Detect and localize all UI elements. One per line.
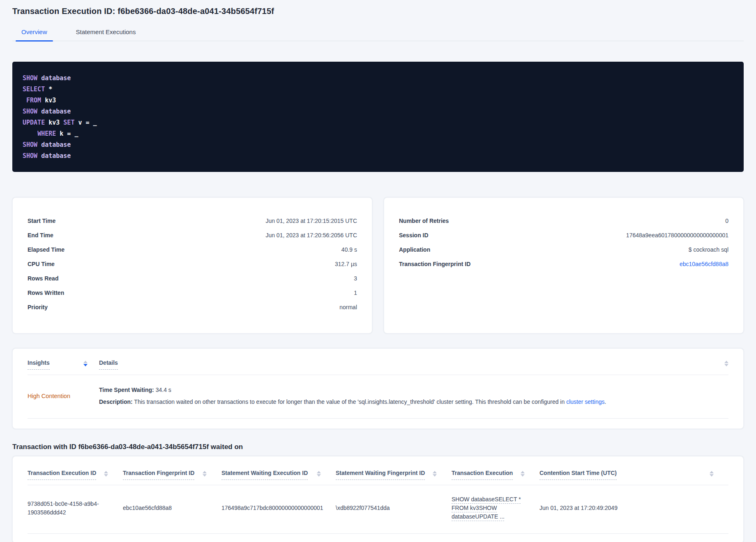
cell-transaction-fingerprint-id: ebc10ae56cfd88a8 bbox=[123, 504, 221, 512]
summary-row: Rows Written1 bbox=[28, 285, 357, 300]
sql-line: FROM kv3 bbox=[23, 95, 733, 106]
row-value: 0 bbox=[725, 218, 728, 224]
time-spent-waiting: Time Spent Waiting: 34.4 s bbox=[99, 386, 728, 394]
row-label: Number of Retries bbox=[399, 218, 449, 224]
sql-line: SHOW database bbox=[23, 73, 733, 84]
tab-bar: Overview Statement Executions bbox=[12, 26, 744, 41]
row-label: End Time bbox=[28, 232, 53, 239]
sql-line: SHOW database bbox=[23, 151, 733, 162]
row-value: 17648a9eea6017800000000000000001 bbox=[626, 232, 728, 239]
summary-row: CPU Time312.7 µs bbox=[28, 257, 357, 271]
insight-badge-high-contention: High Contention bbox=[28, 393, 99, 399]
sort-asc-icon[interactable] bbox=[83, 361, 88, 363]
sort-asc-icon[interactable] bbox=[724, 361, 728, 363]
summary-row: Elapsed Time40.9 s bbox=[28, 242, 357, 257]
summary-card-timing: Start TimeJun 01, 2023 at 17:20:15:2015 … bbox=[12, 197, 372, 334]
summary-row: Application$ cockroach sql bbox=[399, 242, 728, 257]
row-value: 312.7 µs bbox=[335, 261, 357, 267]
insights-table-header: Insights Details bbox=[28, 359, 728, 375]
cell-contention-start-time: Jun 01, 2023 at 17:20:49:2049 bbox=[539, 504, 728, 512]
column-header-transaction-execution-id[interactable]: Transaction Execution ID bbox=[28, 470, 123, 480]
insight-description: Description: This transaction waited on … bbox=[99, 398, 728, 406]
summary-row: Start TimeJun 01, 2023 at 17:20:15:2015 … bbox=[28, 213, 357, 228]
summary-row: Number of Retries0 bbox=[399, 213, 728, 228]
transaction-details-page: Transaction Execution ID: f6be6366-da03-… bbox=[0, 0, 756, 542]
description-suffix: . bbox=[605, 398, 606, 405]
row-label: Application bbox=[399, 246, 430, 253]
waited-on-section-title: Transaction with ID f6be6366-da03-48de-a… bbox=[12, 443, 744, 451]
cell-statement-waiting-fingerprint-id: \xdb8922f077541dda bbox=[336, 504, 452, 512]
sort-desc-icon[interactable] bbox=[724, 364, 728, 366]
row-label: Transaction Fingerprint ID bbox=[399, 261, 470, 267]
sql-line: UPDATE kv3 SET v = _ bbox=[23, 117, 733, 128]
transaction-fingerprint-id-link[interactable]: ebc10ae56cfd88a8 bbox=[680, 261, 728, 267]
description-text: This transaction waited on other transac… bbox=[133, 398, 566, 405]
row-label: Rows Written bbox=[28, 290, 64, 296]
row-value: $ cockroach sql bbox=[689, 246, 728, 253]
sort-icon[interactable] bbox=[433, 471, 437, 477]
row-value: Jun 01, 2023 at 17:20:15:2015 UTC bbox=[265, 218, 357, 224]
waited-on-table-header: Transaction Execution ID Transaction Fin… bbox=[28, 470, 728, 485]
cell-transaction-execution: SHOW databaseSELECT * FROM kv3SHOW datab… bbox=[452, 495, 539, 521]
row-label: Priority bbox=[28, 304, 48, 310]
column-header-transaction-execution[interactable]: Transaction Execution bbox=[452, 470, 539, 480]
summary-card-session: Number of Retries0 Session ID17648a9eea6… bbox=[384, 197, 744, 334]
sort-icon[interactable] bbox=[83, 361, 88, 370]
column-header-contention-start-time[interactable]: Contention Start Time (UTC) bbox=[539, 470, 728, 480]
row-label: Session ID bbox=[399, 232, 429, 239]
row-value: normal bbox=[339, 304, 357, 310]
row-label: Rows Read bbox=[28, 275, 58, 282]
sql-line: SHOW database bbox=[23, 139, 733, 151]
description-label: Description: bbox=[99, 398, 133, 405]
waited-on-table: Transaction Execution ID Transaction Fin… bbox=[12, 456, 744, 542]
tab-overview[interactable]: Overview bbox=[16, 26, 53, 41]
row-value: 1 bbox=[354, 290, 357, 296]
row-value: 3 bbox=[354, 275, 357, 282]
transaction-execution-link[interactable]: SHOW databaseSELECT * FROM kv3SHOW datab… bbox=[452, 496, 521, 520]
insight-details: Time Spent Waiting: 34.4 s Description: … bbox=[99, 386, 728, 406]
summary-row: Session ID17648a9eea60178000000000000000… bbox=[399, 228, 728, 242]
summary-cards-row: Start TimeJun 01, 2023 at 17:20:15:2015 … bbox=[12, 197, 744, 334]
sql-line: SELECT * bbox=[23, 84, 733, 95]
time-spent-waiting-value: 34.4 s bbox=[154, 387, 171, 393]
summary-row: End TimeJun 01, 2023 at 17:20:56:2056 UT… bbox=[28, 228, 357, 242]
sort-icon[interactable] bbox=[104, 471, 108, 477]
cell-transaction-execution-id: 9738d051-bc0e-4158-a9b4-1903586ddd42 bbox=[28, 500, 123, 517]
summary-row: Transaction Fingerprint IDebc10ae56cfd88… bbox=[399, 257, 728, 271]
sql-line: WHERE k = _ bbox=[23, 128, 733, 139]
sql-line: SHOW database bbox=[23, 106, 733, 117]
column-header-statement-waiting-fingerprint-id[interactable]: Statement Waiting Fingerprint ID bbox=[336, 470, 452, 480]
sort-desc-icon[interactable] bbox=[83, 364, 88, 366]
sort-icon[interactable] bbox=[203, 471, 207, 477]
sql-statement-box: SHOW database SELECT * FROM kv3 SHOW dat… bbox=[12, 62, 744, 172]
sort-icon[interactable] bbox=[521, 471, 525, 477]
summary-row: Rows Read3 bbox=[28, 271, 357, 285]
cluster-settings-link[interactable]: cluster settings bbox=[566, 398, 604, 405]
sort-icon[interactable] bbox=[710, 471, 714, 477]
row-label: Start Time bbox=[28, 218, 55, 224]
column-header-details[interactable]: Details bbox=[99, 359, 728, 370]
tab-statement-executions[interactable]: Statement Executions bbox=[70, 26, 142, 41]
summary-row: Prioritynormal bbox=[28, 300, 357, 314]
insight-row: High Contention Time Spent Waiting: 34.4… bbox=[28, 375, 728, 419]
time-spent-waiting-label: Time Spent Waiting: bbox=[99, 387, 154, 393]
insights-table: Insights Details High Contention Time Sp… bbox=[12, 348, 744, 429]
column-header-insights[interactable]: Insights bbox=[28, 359, 99, 370]
column-header-transaction-fingerprint-id[interactable]: Transaction Fingerprint ID bbox=[123, 470, 221, 480]
row-value: Jun 01, 2023 at 17:20:56:2056 UTC bbox=[265, 232, 357, 239]
column-header-insights-label[interactable]: Insights bbox=[28, 359, 50, 370]
sort-icon[interactable] bbox=[724, 361, 728, 370]
row-value: 40.9 s bbox=[341, 246, 357, 253]
row-label: Elapsed Time bbox=[28, 246, 65, 253]
column-header-details-label[interactable]: Details bbox=[99, 359, 118, 370]
column-header-statement-waiting-execution-id[interactable]: Statement Waiting Execution ID bbox=[221, 470, 336, 480]
cell-statement-waiting-execution-id: 176498a9c717bdc80000000000000001 bbox=[221, 504, 336, 512]
row-label: CPU Time bbox=[28, 261, 55, 267]
page-title: Transaction Execution ID: f6be6366-da03-… bbox=[12, 7, 744, 16]
waited-on-table-row: 9738d051-bc0e-4158-a9b4-1903586ddd42 ebc… bbox=[28, 485, 728, 534]
sort-icon[interactable] bbox=[317, 471, 321, 477]
